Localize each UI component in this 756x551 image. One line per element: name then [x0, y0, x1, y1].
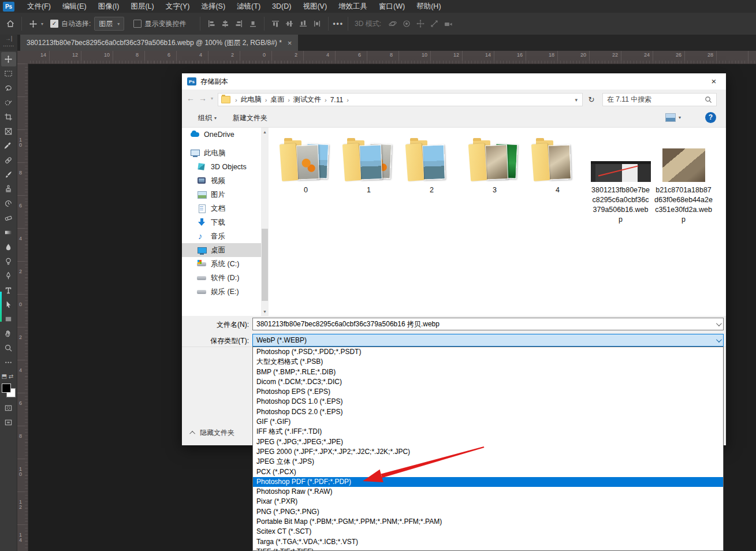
filetype-option[interactable]: Photoshop DCS 1.0 (*.EPS): [253, 397, 723, 407]
eraser-tool[interactable]: [1, 211, 16, 225]
foreground-color-swatch[interactable]: [2, 384, 11, 393]
menu-item[interactable]: 文件(F): [21, 0, 57, 13]
filetype-option[interactable]: Pixar (*.PXR): [253, 497, 723, 507]
filetype-option[interactable]: IFF 格式 (*.IFF;*.TDI): [253, 427, 723, 437]
menu-item[interactable]: 帮助(H): [411, 0, 446, 13]
filetype-option[interactable]: PNG (*.PNG;*.PNG): [253, 507, 723, 517]
close-document-icon[interactable]: ×: [288, 39, 292, 47]
spot-healing-brush-tool[interactable]: [1, 153, 16, 167]
menu-item[interactable]: 文字(Y): [160, 0, 196, 13]
collapse-panels-icon[interactable]: →|⋯⋯: [0, 35, 17, 51]
filetype-option[interactable]: Portable Bit Map (*.PBM;*.PGM;*.PPM;*.PN…: [253, 517, 723, 527]
dialog-close-button[interactable]: ×: [707, 76, 720, 87]
new-folder-button[interactable]: 新建文件夹: [233, 113, 267, 123]
sidebar-item[interactable]: 下载: [182, 215, 261, 229]
filename-value[interactable]: 3801213fb80e7bec8295c6a0cbf36c379a506b16…: [253, 319, 713, 329]
filetype-option[interactable]: 大型文档格式 (*.PSB): [253, 357, 723, 367]
sidebar-item[interactable]: 视频: [182, 174, 261, 188]
marquee-tool[interactable]: [1, 66, 16, 81]
filetype-option[interactable]: Photoshop EPS (*.EPS): [253, 387, 723, 397]
frame-tool[interactable]: [1, 124, 16, 139]
align-top-edges-icon[interactable]: [269, 17, 282, 30]
savetype-value[interactable]: WebP (*.WEBP): [253, 336, 713, 344]
color-swatches[interactable]: [2, 384, 16, 397]
filename-dropdown-icon[interactable]: [713, 322, 723, 326]
file-item[interactable]: 3801213fb80e7bec8295c6a0cbf36c379a506b16…: [589, 135, 652, 225]
filename-combo[interactable]: 3801213fb80e7bec8295c6a0cbf36c379a506b16…: [252, 318, 724, 330]
breadcrumb-separator[interactable]: ›: [286, 96, 291, 103]
filetype-option[interactable]: GIF (*.GIF): [253, 417, 723, 427]
change-view-button[interactable]: ▾: [665, 113, 681, 122]
path-selection-tool[interactable]: [1, 297, 16, 312]
scrollbar-thumb[interactable]: [262, 229, 268, 301]
more-options-icon[interactable]: •••: [333, 20, 344, 28]
scroll-up-icon[interactable]: ▲: [261, 128, 269, 136]
folder-item[interactable]: 3: [463, 135, 526, 195]
zoom-tool[interactable]: [1, 341, 16, 355]
distribute-horizontal-icon[interactable]: [246, 17, 260, 30]
folder-item[interactable]: 2: [400, 135, 463, 195]
sidebar-item[interactable]: 此电脑: [182, 146, 261, 160]
3d-pan-icon[interactable]: [414, 17, 427, 30]
sidebar-item[interactable]: 桌面: [182, 243, 261, 257]
sidebar-item[interactable]: 娱乐 (E:): [182, 285, 261, 299]
blur-tool[interactable]: [1, 240, 16, 254]
sidebar-item[interactable]: 软件 (D:): [182, 271, 261, 285]
eyedropper-tool[interactable]: [1, 139, 16, 153]
sidebar-item[interactable]: 文档: [182, 202, 261, 215]
align-left-edges-icon[interactable]: [204, 17, 218, 30]
lasso-tool[interactable]: [1, 81, 16, 95]
folder-item[interactable]: 1: [337, 135, 400, 195]
filetype-option[interactable]: Scitex CT (*.SCT): [253, 527, 723, 537]
filetype-option[interactable]: Photoshop (*.PSD;*.PDD;*.PSDT): [253, 347, 723, 357]
pen-tool[interactable]: [1, 269, 16, 283]
filetype-option[interactable]: BMP (*.BMP;*.RLE;*.DIB): [253, 367, 723, 377]
align-vertical-centers-icon[interactable]: [282, 17, 296, 30]
filetype-option[interactable]: TIFF (*.TIF;*.TIFF): [253, 547, 723, 551]
sidebar-item[interactable]: OneDrive: [182, 128, 261, 142]
filetype-option[interactable]: Photoshop DCS 2.0 (*.EPS): [253, 407, 723, 417]
filetype-option[interactable]: Photoshop PDF (*.PDF;*.PDP): [253, 477, 723, 487]
forward-button[interactable]: →: [199, 94, 207, 103]
show-transform-checkbox[interactable]: [133, 20, 141, 28]
object-selection-tool[interactable]: [1, 95, 16, 110]
sidebar-item[interactable]: 系统 (C:): [182, 257, 261, 271]
document-tab[interactable]: 3801213fb80e7bec8295c6a0cbf36c379a506b16…: [20, 35, 298, 51]
menu-item[interactable]: 3D(D): [266, 0, 297, 13]
type-tool[interactable]: [1, 283, 16, 297]
refresh-button[interactable]: ↻: [585, 93, 598, 106]
folder-item[interactable]: 0: [274, 135, 337, 195]
filetype-option[interactable]: JPEG 2000 (*.JPF;*.JPX;*.JP2;*.J2C;*.J2K…: [253, 447, 723, 457]
breadcrumb-item[interactable]: 测试文件: [291, 95, 323, 105]
3d-slide-icon[interactable]: [427, 17, 441, 30]
breadcrumb-item[interactable]: 7.11: [328, 96, 345, 104]
menu-item[interactable]: 滤镜(T): [231, 0, 266, 13]
menu-item[interactable]: 编辑(E): [57, 0, 92, 13]
sidebar-item[interactable]: 音乐: [182, 229, 261, 243]
search-box[interactable]: 在 7.11 中搜索: [602, 93, 717, 106]
recent-locations-icon[interactable]: ▾: [211, 96, 213, 101]
filetype-option[interactable]: Photoshop Raw (*.RAW): [253, 487, 723, 497]
show-transform-toggle[interactable]: 显示变换控件: [133, 19, 186, 29]
breadcrumb-separator[interactable]: ›: [345, 96, 350, 103]
menu-item[interactable]: 选择(S): [195, 0, 231, 13]
menu-item[interactable]: 图层(L): [125, 0, 159, 13]
breadcrumb-item[interactable]: 此电脑: [239, 95, 264, 105]
align-right-edges-icon[interactable]: [232, 17, 246, 30]
shape-tool[interactable]: [1, 312, 16, 326]
move-tool-options-icon[interactable]: [26, 17, 40, 30]
hide-folders-button[interactable]: 隐藏文件夹: [191, 428, 234, 438]
gradient-tool[interactable]: [1, 225, 16, 240]
sidebar-item[interactable]: 图片: [182, 188, 261, 202]
align-bottom-edges-icon[interactable]: [296, 17, 310, 30]
edit-toolbar-icon[interactable]: [1, 355, 16, 370]
align-horizontal-centers-icon[interactable]: [218, 17, 232, 30]
breadcrumb-item[interactable]: 桌面: [268, 95, 286, 105]
chevron-down-icon[interactable]: ▾: [41, 21, 43, 27]
savetype-combo[interactable]: WebP (*.WEBP): [252, 334, 724, 347]
search-icon[interactable]: [701, 96, 716, 103]
filetype-option[interactable]: JPEG (*.JPG;*.JPEG;*.JPE): [253, 437, 723, 447]
breadcrumb-separator[interactable]: ›: [323, 96, 328, 103]
folder-item[interactable]: 4: [526, 135, 589, 195]
address-dropdown-icon[interactable]: ▾: [570, 97, 582, 103]
